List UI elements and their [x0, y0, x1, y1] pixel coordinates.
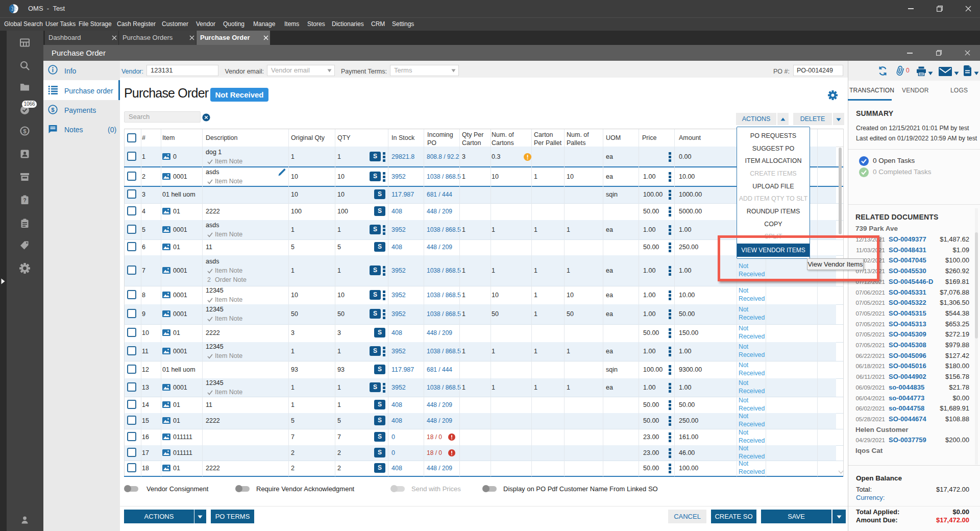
- svg-text:$: $: [23, 128, 27, 134]
- svg-text:?: ?: [23, 198, 26, 203]
- svg-text:$: $: [51, 107, 55, 113]
